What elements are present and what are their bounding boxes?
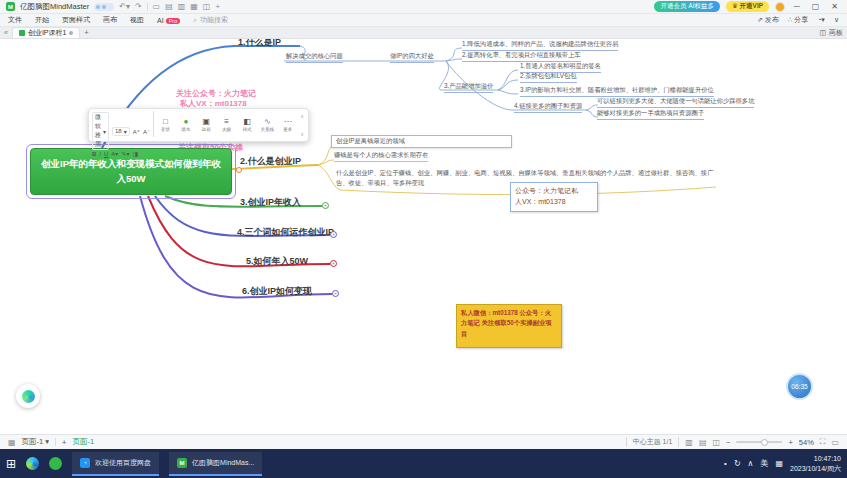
green-app-icon[interactable] — [49, 457, 62, 470]
fullscreen-icon[interactable]: ⛶ — [820, 437, 826, 447]
zoom-level[interactable]: 54% — [799, 438, 814, 447]
tray-icon-mic[interactable]: • — [724, 459, 727, 468]
font-color-button[interactable]: A▾ — [111, 150, 118, 157]
expand-button[interactable]: + — [330, 231, 337, 238]
tray-icon-sync[interactable]: ↻ — [734, 459, 741, 468]
member-badge[interactable]: 开通会员 AI权益多 — [654, 1, 719, 12]
redo-button[interactable]: ↷ — [135, 3, 142, 11]
tray-expand-icon[interactable]: ∧ — [748, 459, 754, 468]
menu-view[interactable]: 视图 — [130, 15, 144, 25]
collapse-ribbon-icon[interactable]: ∨ — [834, 16, 839, 24]
outline-button[interactable]: ≡大纲 — [218, 111, 235, 139]
taskbar-app1[interactable]: ◔ 欢迎使用百度网盘 — [72, 452, 159, 476]
relation-line-button[interactable]: ∿关系线 — [259, 111, 276, 139]
page-tab-active[interactable]: 页面-1 — [72, 437, 94, 447]
menu-page-style[interactable]: 页面样式 — [62, 15, 90, 25]
undo-button[interactable]: ↶▾ — [119, 3, 130, 11]
menu-file[interactable]: 文件 — [8, 15, 22, 25]
board-panel-toggle[interactable]: ◫画板 — [819, 28, 843, 38]
italic-button[interactable]: I — [99, 151, 101, 157]
zoom-in-button[interactable]: + — [788, 438, 792, 447]
font-decrease-button[interactable]: A⁻ — [143, 128, 150, 135]
topic-what-is-startup-ip[interactable]: 2.什么是创业IP — [240, 155, 301, 168]
zoom-out-button[interactable]: − — [726, 438, 730, 447]
zoom-slider-knob[interactable] — [761, 439, 768, 446]
vip-button[interactable]: ♛ 开通VIP — [726, 1, 769, 12]
font-increase-button[interactable]: A⁺ — [133, 128, 140, 135]
open-file-icon[interactable]: ▤ — [165, 3, 173, 11]
expand-button[interactable]: + — [330, 260, 337, 267]
export-icon[interactable]: ◫ — [203, 3, 211, 11]
share-button[interactable]: ∴ 分享 — [788, 15, 808, 25]
subtopic[interactable]: 解决成交的核心问题 — [286, 52, 343, 63]
leaf-topic[interactable]: 可以链接到更多大佬、大佬随便一句话能让你少踩很多坑 — [597, 97, 754, 108]
save-icon[interactable]: ▥ — [178, 3, 186, 11]
leaf-topic[interactable]: 2.提高转化率、看完项目介绍直接顺带上车 — [462, 51, 581, 62]
minimize-button[interactable]: ─ — [791, 2, 803, 11]
format-painter-button[interactable]: ◨ — [132, 150, 138, 157]
avatar[interactable] — [775, 2, 785, 12]
mindmap-canvas[interactable]: 关注公众号：火力笔记 私人VX：mt01378 关注领取50个实操 副业项目 创… — [0, 39, 847, 434]
topic-what-is-ip[interactable]: 1.什么是IP — [238, 39, 281, 49]
wechat-promo-note[interactable]: 私人微信：mt01378 公众号：火力笔记 关注领取50个实操副业项目 — [456, 304, 562, 348]
maximize-button[interactable]: ▢ — [809, 2, 823, 11]
menu-canvas[interactable]: 画布 — [103, 15, 117, 25]
new-file-icon[interactable]: ▭ — [153, 3, 161, 11]
pages-grid-icon[interactable]: ▦ — [8, 438, 16, 447]
topic-500k-per-year[interactable]: 5.如何年入50W — [246, 255, 308, 268]
new-tab-button[interactable]: + — [84, 29, 88, 36]
menu-home[interactable]: 开始 — [35, 15, 49, 25]
publish-button[interactable]: ⇗ 发布 — [757, 15, 779, 25]
tab-unsaved-dot[interactable] — [69, 31, 73, 35]
highlight-button[interactable]: ✎▾ — [121, 150, 129, 157]
ime-indicator[interactable]: 美 — [760, 458, 768, 469]
font-size-select[interactable]: 18 ▾ — [112, 127, 130, 136]
keyboard-icon[interactable]: ▦ — [775, 459, 783, 468]
expand-button[interactable]: + — [332, 290, 339, 297]
subtopic[interactable]: 4.链接更多的圈子和资源 — [514, 102, 582, 113]
system-clock[interactable]: 10:47:10 2023/10/14/周六 — [790, 454, 841, 473]
more-button[interactable]: ⋯更多 — [279, 111, 296, 139]
page-menu[interactable]: 页面-1 ▾ — [22, 437, 50, 447]
close-button[interactable]: ✕ — [828, 2, 841, 11]
leaf-topic[interactable]: 能够对接更多的一手成熟项目资源圈子 — [597, 109, 704, 120]
topic-three-words[interactable]: 4.三个词如何运作创业IP — [237, 226, 334, 239]
bold-button[interactable]: B — [92, 151, 96, 157]
shape-button[interactable]: □形状 — [157, 111, 174, 139]
recording-timer-badge[interactable]: 06:35 — [786, 373, 813, 400]
underline-button[interactable]: U — [104, 151, 108, 157]
outline-view-icon[interactable]: ▤ — [699, 438, 707, 447]
style-button[interactable]: ◧样式 — [238, 111, 255, 139]
highlighted-subtopic[interactable]: 创业IP是离钱最近的领域 — [331, 135, 512, 148]
zoom-slider[interactable] — [736, 441, 782, 443]
topic-ip-annual-income[interactable]: 3.创业IP年收入 — [240, 196, 301, 209]
assistant-button[interactable] — [16, 384, 40, 408]
print-icon[interactable]: ▦ — [190, 3, 198, 11]
add-page-button[interactable]: + — [62, 438, 66, 447]
leaf-topic[interactable]: 3.IP的影响力和社交层、随着粉丝增加、社群维护、门槛都能提升价位 — [520, 86, 714, 97]
presentation-icon[interactable]: ▭ — [831, 438, 839, 447]
feature-search-input[interactable]: ⌕功能搜索 — [193, 15, 228, 25]
subtopic[interactable]: 赚钱是每个人的核心需求长期存在 — [334, 151, 428, 162]
add-quick-icon[interactable]: + — [215, 3, 220, 11]
leaf-topic[interactable]: 2.杂牌包包和LV包包 — [520, 72, 577, 83]
contact-note[interactable]: 公众号：火力笔记私 人VX：mt01378 — [510, 182, 598, 212]
topic-how-to-monetize[interactable]: 6.创业IP如何变现 — [242, 285, 312, 298]
collapse-tabs-icon[interactable]: « — [4, 29, 8, 36]
start-button[interactable]: ⊞ — [6, 458, 16, 470]
toolbar-nav-arrows[interactable]: ∧∨ — [299, 111, 305, 139]
fill-button[interactable]: ●填充 — [177, 111, 194, 139]
expand-button[interactable]: + — [322, 202, 329, 209]
menu-ai[interactable]: AIPro — [157, 17, 180, 24]
history-button[interactable]: ◔▾ — [817, 16, 825, 24]
layout-view-icon[interactable]: ▥ — [685, 438, 693, 447]
border-button[interactable]: ▣边框 — [198, 111, 215, 139]
font-family-select[interactable]: 微软雅黑 ▾ — [92, 112, 109, 150]
subtopic[interactable]: 3.产品能增加溢价 — [444, 82, 493, 93]
autosave-toggle[interactable] — [94, 3, 114, 11]
fit-window-icon[interactable]: ◫ — [712, 438, 720, 447]
taskbar-app2[interactable]: M 亿图脑图MindMas... — [169, 452, 262, 476]
document-tab[interactable]: 创业IP课程1 — [12, 27, 81, 38]
subtopic[interactable]: 做IP的四大好处 — [390, 52, 434, 63]
leaf-topic[interactable]: 1.降低沟通成本、同样的产品、说服构建品牌信任更容易 — [462, 40, 618, 51]
